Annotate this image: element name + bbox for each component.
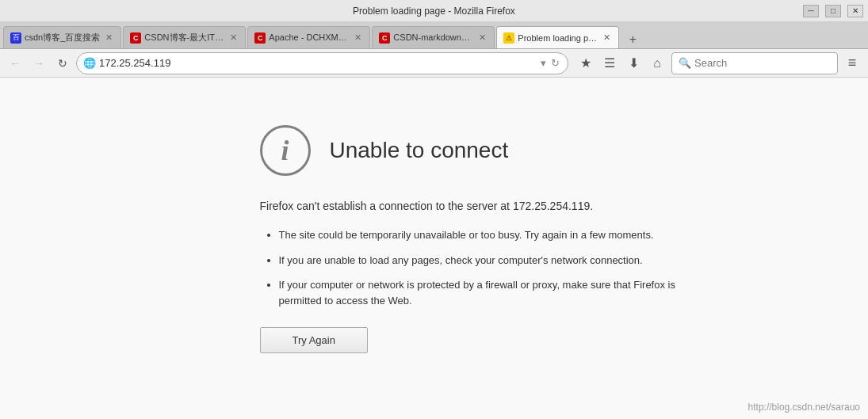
tab-apache[interactable]: C Apache - DCHXMJ的... ✕ xyxy=(247,26,370,48)
back-button[interactable]: ← xyxy=(5,53,25,74)
main-content: i Unable to connect Firefox can't establ… xyxy=(0,78,868,394)
reader-button[interactable]: ☰ xyxy=(598,52,621,74)
error-bullet-2: If you are unable to load any pages, che… xyxy=(279,253,704,269)
download-button[interactable]: ⬇ xyxy=(622,52,644,74)
error-icon-letter: i xyxy=(281,136,289,165)
error-description: Firefox can't establish a connection to … xyxy=(260,198,704,215)
title-bar: Problem loading page - Mozilla Firefox ─… xyxy=(0,0,868,22)
address-refresh-icon[interactable]: ↻ xyxy=(549,57,561,69)
tab-label-1: csdn博客_百度搜索 xyxy=(25,32,100,44)
address-dropdown-icon[interactable]: ▾ xyxy=(539,57,548,69)
error-title: Unable to connect xyxy=(330,138,509,163)
tab-close-2[interactable]: ✕ xyxy=(228,32,239,44)
error-bullet-3: If your computer or network is protected… xyxy=(279,277,704,308)
tab-close-5[interactable]: ✕ xyxy=(601,32,612,44)
address-input[interactable] xyxy=(99,57,536,69)
reload-button[interactable]: ↻ xyxy=(52,53,73,74)
tab-csdn-baidu[interactable]: 百 csdn博客_百度搜索 ✕ xyxy=(3,26,121,48)
menu-button[interactable]: ≡ xyxy=(841,52,863,74)
error-container: i Unable to connect Firefox can't establ… xyxy=(260,125,704,353)
globe-icon: 🌐 xyxy=(83,57,96,69)
tab-label-4: CSDN-markdown编... xyxy=(393,32,473,44)
error-header: i Unable to connect xyxy=(260,125,704,176)
tab-favicon-4: C xyxy=(379,32,390,44)
minimize-button[interactable]: ─ xyxy=(803,5,819,17)
tab-favicon-5: ⚠ xyxy=(503,32,514,44)
tab-favicon-3: C xyxy=(254,32,266,44)
new-tab-button[interactable]: + xyxy=(622,31,643,48)
tab-csdn-markdown[interactable]: C CSDN-markdown编... ✕ xyxy=(372,26,495,48)
tab-close-1[interactable]: ✕ xyxy=(103,32,114,44)
nav-bar: ← → ↻ 🌐 ▾ ↻ ★ ☰ ⬇ ⌂ 🔍 ≡ xyxy=(0,49,868,78)
address-bar-controls: ▾ ↻ xyxy=(539,57,561,69)
window-controls: ─ □ ✕ xyxy=(803,5,863,17)
address-bar[interactable]: 🌐 ▾ ↻ xyxy=(76,52,568,74)
search-icon: 🔍 xyxy=(679,57,691,69)
bookmark-button[interactable]: ★ xyxy=(575,52,597,74)
error-icon: i xyxy=(260,125,311,176)
search-input[interactable] xyxy=(694,57,821,69)
tab-bar: 百 csdn博客_百度搜索 ✕ C CSDN博客-最大IT写... ✕ C Ap… xyxy=(0,22,868,49)
tab-close-3[interactable]: ✕ xyxy=(352,32,363,44)
window-title: Problem loading page - Mozilla Firefox xyxy=(353,6,515,17)
tab-favicon-1: 百 xyxy=(10,32,21,44)
search-box[interactable]: 🔍 xyxy=(671,52,838,74)
tab-label-2: CSDN博客-最大IT写... xyxy=(144,32,224,44)
forward-button[interactable]: → xyxy=(29,53,49,74)
tab-close-4[interactable]: ✕ xyxy=(476,32,488,44)
tab-csdn-main[interactable]: C CSDN博客-最大IT写... ✕ xyxy=(123,26,246,48)
home-button[interactable]: ⌂ xyxy=(646,52,668,74)
error-bullets: The site could be temporarily unavailabl… xyxy=(260,227,704,308)
nav-right-icons: ★ ☰ ⬇ ⌂ xyxy=(575,52,668,74)
tab-label-3: Apache - DCHXMJ的... xyxy=(269,32,349,44)
tab-label-5: Problem loading page xyxy=(518,33,598,43)
tab-favicon-2: C xyxy=(130,32,141,44)
tab-problem-loading[interactable]: ⚠ Problem loading page ✕ xyxy=(496,26,619,48)
try-again-button[interactable]: Try Again xyxy=(260,327,368,353)
maximize-button[interactable]: □ xyxy=(825,5,841,17)
close-button[interactable]: ✕ xyxy=(847,5,863,17)
error-bullet-1: The site could be temporarily unavailabl… xyxy=(279,227,704,243)
